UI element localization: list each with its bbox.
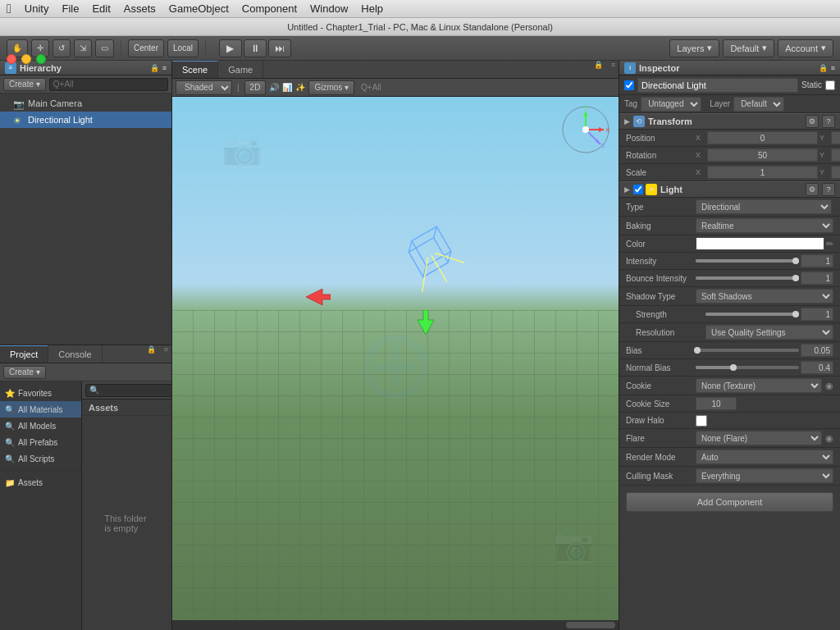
close-button[interactable] [7, 54, 16, 64]
default-dropdown[interactable]: Default ▾ [723, 39, 774, 57]
window-controls[interactable] [7, 54, 46, 64]
transform-info-btn[interactable]: ? [822, 115, 835, 128]
rect-tool[interactable]: ▭ [95, 39, 114, 57]
project-search-input[interactable] [85, 384, 171, 397]
render-mode-select[interactable]: Auto [696, 450, 833, 464]
project-menu[interactable]: ≡ [161, 345, 171, 363]
project-lock[interactable]: 🔒 [142, 345, 161, 363]
all-prefabs-folder[interactable]: 🔍 All Prefabs [0, 434, 81, 450]
inspector-menu[interactable]: ≡ [831, 64, 835, 72]
normal-bias-number[interactable] [801, 361, 833, 374]
minimize-button[interactable] [21, 54, 31, 64]
account-dropdown[interactable]: Account ▾ [778, 39, 833, 57]
tab-game[interactable]: Game [218, 61, 263, 78]
hierarchy-search[interactable] [49, 78, 168, 91]
culling-mask-select[interactable]: Everything [696, 468, 833, 483]
2d-toggle[interactable]: 2D [244, 80, 267, 95]
scene-menu[interactable]: ≡ [608, 61, 619, 78]
scene-lock[interactable]: 🔒 [589, 61, 608, 78]
local-button[interactable]: Local [167, 39, 199, 57]
intensity-number[interactable] [801, 254, 833, 267]
scene-scrollbar[interactable] [172, 620, 619, 630]
intensity-thumb[interactable] [792, 258, 799, 264]
assets-root-folder[interactable]: 📁 Assets [0, 474, 81, 491]
cookie-size-input[interactable] [696, 397, 737, 410]
color-swatch[interactable] [696, 237, 824, 250]
scene-viewport[interactable]: ⊕ [172, 97, 619, 630]
type-select[interactable]: Directional [696, 199, 832, 214]
all-materials-folder[interactable]: 🔍 All Materials [0, 401, 81, 418]
maximize-button[interactable] [36, 54, 46, 64]
menu-unity[interactable]: Unity [25, 2, 49, 15]
color-eyedropper[interactable]: ✏ [826, 239, 833, 249]
flare-pick-btn[interactable]: ◉ [825, 433, 833, 444]
menu-window[interactable]: Window [310, 2, 348, 15]
strength-thumb[interactable] [792, 311, 799, 317]
tab-scene[interactable]: Scene [172, 61, 218, 78]
step-button[interactable]: ⏭ [268, 39, 291, 57]
hierarchy-lock[interactable]: 🔒 [150, 64, 159, 72]
transform-section-header[interactable]: ▶ ⟲ Transform ⚙ ? [619, 113, 840, 130]
rotation-x[interactable] [707, 148, 818, 162]
project-create-btn[interactable]: Create ▾ [3, 366, 46, 379]
cookie-pick-btn[interactable]: ◉ [825, 381, 833, 391]
hierarchy-item-light[interactable]: ☀ Directional Light [0, 112, 171, 128]
baking-select[interactable]: Realtime [696, 218, 833, 233]
object-active-checkbox[interactable] [624, 80, 634, 90]
shadow-type-select[interactable]: Soft Shadows [696, 289, 833, 304]
flare-select[interactable]: None (Flare) [696, 431, 822, 445]
bias-number[interactable] [801, 344, 833, 357]
add-component-button[interactable]: Add Component [626, 492, 833, 512]
layer-select[interactable]: Default [733, 97, 784, 112]
draw-halo-checkbox[interactable] [696, 415, 707, 427]
light-section-header[interactable]: ▶ ☀ Light ⚙ ? [619, 181, 840, 198]
light-settings-btn[interactable]: ⚙ [806, 183, 819, 196]
position-x[interactable] [707, 131, 818, 144]
menu-component[interactable]: Component [242, 2, 297, 15]
menu-edit[interactable]: Edit [92, 2, 110, 15]
hierarchy-menu[interactable]: ≡ [162, 64, 167, 72]
normal-bias-slider[interactable] [696, 366, 799, 369]
pause-button[interactable]: ⏸ [244, 39, 267, 57]
layers-dropdown[interactable]: Layers ▾ [669, 39, 719, 57]
apple-menu[interactable]:  [7, 2, 11, 16]
strength-slider[interactable] [705, 313, 799, 316]
menu-file[interactable]: File [62, 2, 79, 15]
scale-x[interactable] [707, 166, 818, 179]
scale-y[interactable] [831, 166, 840, 179]
all-scripts-folder[interactable]: 🔍 All Scripts [0, 450, 81, 467]
center-button[interactable]: Center [128, 39, 164, 57]
audio-icon[interactable]: 🔊 [269, 83, 279, 92]
menu-help[interactable]: Help [361, 2, 383, 15]
resolution-select[interactable]: Use Quality Settings [705, 325, 833, 340]
shading-dropdown[interactable]: Shaded [176, 80, 232, 95]
play-button[interactable]: ▶ [219, 39, 242, 57]
gizmos-dropdown[interactable]: Gizmos ▾ [308, 80, 354, 95]
rotate-tool[interactable]: ↺ [52, 39, 71, 57]
rotation-y[interactable] [831, 148, 840, 162]
tab-console[interactable]: Console [48, 345, 102, 363]
all-models-folder[interactable]: 🔍 All Models [0, 418, 81, 434]
tag-select[interactable]: Untagged [641, 97, 701, 112]
light-enabled-checkbox[interactable] [633, 185, 643, 194]
cookie-select[interactable]: None (Texture) [696, 378, 822, 393]
hierarchy-create-btn[interactable]: Create ▾ [3, 78, 46, 91]
bounce-thumb[interactable] [792, 275, 799, 281]
transform-settings-btn[interactable]: ⚙ [806, 115, 819, 128]
tab-project[interactable]: Project [0, 345, 48, 363]
bounce-number[interactable] [801, 272, 833, 285]
menu-gameobject[interactable]: GameObject [169, 2, 229, 15]
static-checkbox[interactable] [825, 80, 835, 90]
light-info-btn[interactable]: ? [822, 183, 835, 196]
bias-slider[interactable] [696, 349, 799, 352]
normal-bias-thumb[interactable] [730, 364, 737, 371]
stats-icon[interactable]: 📊 [282, 83, 292, 92]
bounce-slider[interactable] [696, 276, 799, 280]
hierarchy-item-camera[interactable]: 📷 Main Camera [0, 95, 171, 112]
inspector-lock[interactable]: 🔒 [819, 64, 828, 72]
position-y[interactable] [831, 131, 840, 144]
favorites-folder[interactable]: ⭐ Favorites [0, 385, 81, 401]
effects-icon[interactable]: ✨ [295, 83, 305, 92]
scroll-thumb[interactable] [566, 622, 615, 628]
scale-tool[interactable]: ⇲ [74, 39, 92, 57]
